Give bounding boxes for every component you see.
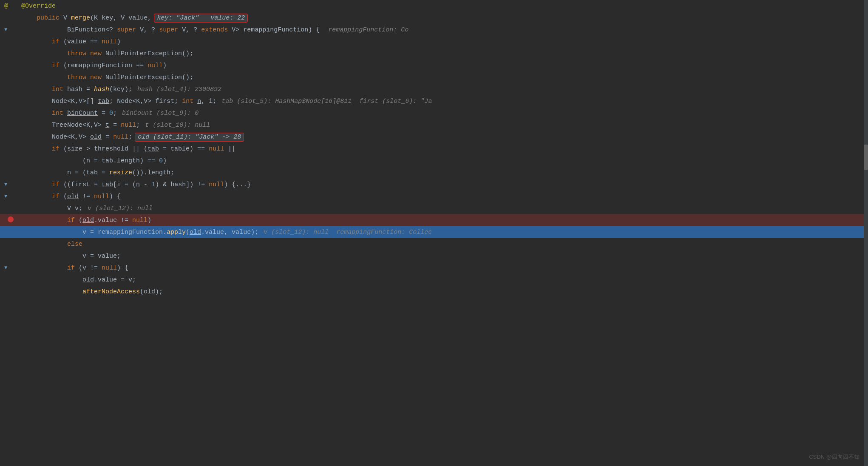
code-line-4: if (value == null) — [0, 36, 868, 48]
code-line-20: v = remappingFunction.apply(old.value, v… — [0, 226, 868, 238]
line23-code: if (v != null) { — [21, 264, 128, 272]
line18-code: V v; — [21, 205, 82, 212]
code-line-10: int binCount = 0; binCount (slot_9): 0 — [0, 107, 868, 119]
code-area: @ @Override public V merge(K key, V valu… — [0, 0, 868, 466]
code-line-24: old.value = v; — [0, 274, 868, 286]
line4-code: if (value == null) — [21, 38, 121, 45]
hint-bincount: binCount (slot_9): 0 — [122, 110, 199, 117]
line16-code: if ((first = tab[i = (n - 1) & hash]) !=… — [21, 181, 251, 188]
code-line-9: Node<K,V>[] tab; Node<K,V> first; int n,… — [0, 95, 868, 107]
line17-code: if (old != null) { — [21, 193, 121, 200]
code-line-15: n = (tab = resize()).length; — [0, 167, 868, 179]
line22-code: v = value; — [21, 253, 121, 260]
code-line-22: v = value; — [0, 250, 868, 262]
code-line-17: ▼ if (old != null) { — [0, 190, 868, 202]
line7-code: throw new NullPointerException(); — [21, 74, 193, 81]
scrollbar[interactable] — [864, 0, 868, 466]
line19-code: if (old.value != null) — [21, 217, 151, 224]
line3-code: BiFunction<? super V, ? super V, ? exten… — [21, 26, 320, 34]
code-line-18: V v; v (slot_12): null — [0, 202, 868, 214]
gutter-annotation-icon: @ — [4, 3, 17, 10]
gutter-fold-3[interactable]: ▼ — [4, 27, 17, 33]
line24-code: old.value = v; — [21, 276, 136, 284]
gutter-fold-17[interactable]: ▼ — [4, 193, 17, 199]
hint-t: t (slot_10): null — [145, 122, 210, 129]
hint-box-old: old (slot_11): "Jack" -> 28 — [135, 133, 244, 142]
override-annotation: @Override — [21, 3, 56, 10]
line8-code: int hash = hash(key); — [21, 86, 132, 93]
code-line-7: throw new NullPointerException(); — [0, 71, 868, 83]
line11-code: TreeNode<K,V> t = null; — [21, 122, 140, 129]
watermark: CSDN @四向四不知 — [809, 453, 859, 461]
line14-code: (n = tab.length) == 0) — [21, 157, 167, 165]
scrollbar-thumb[interactable] — [864, 145, 868, 170]
line21-code: else — [21, 241, 82, 248]
line2-code: public V merge(K key, V value, — [21, 14, 151, 22]
code-line-23: ▼ if (v != null) { — [0, 262, 868, 274]
hint-tab: tab (slot_5): HashMap$Node[16]@811 first… — [221, 98, 432, 105]
line12-code: Node<K,V> old = null; — [21, 134, 132, 141]
hint-v2: v (slot_12): null remappingFunction: Col… — [264, 229, 432, 236]
code-line-8: int hash = hash(key); hash (slot_4): 230… — [0, 83, 868, 95]
hint-v: v (slot_12): null — [88, 205, 153, 212]
line25-code: afterNodeAccess(old); — [21, 288, 163, 296]
gutter-fold-23[interactable]: ▼ — [4, 265, 17, 271]
line10-code: int binCount = 0; — [21, 110, 117, 117]
breakpoint-dot — [8, 216, 14, 222]
code-line-5: throw new NullPointerException(); — [0, 48, 868, 60]
line5-code: throw new NullPointerException(); — [21, 50, 193, 57]
breakpoint-indicator — [4, 216, 17, 224]
code-line-21: else — [0, 238, 868, 250]
code-line-12: Node<K,V> old = null; old (slot_11): "Ja… — [0, 131, 868, 143]
line15-code: n = (tab = resize()).length; — [21, 169, 174, 176]
code-line-11: TreeNode<K,V> t = null; t (slot_10): nul… — [0, 119, 868, 131]
hint-box-merge: key: "Jack" value: 22 — [154, 14, 248, 23]
line9-code: Node<K,V>[] tab; Node<K,V> first; int n,… — [21, 98, 216, 105]
line20-code: v = remappingFunction.apply(old.value, v… — [21, 229, 258, 236]
gutter-fold-16[interactable]: ▼ — [4, 182, 17, 188]
code-line-2: public V merge(K key, V value, key: "Jac… — [0, 12, 868, 24]
editor-container: @ @Override public V merge(K key, V valu… — [0, 0, 868, 466]
code-line-14: (n = tab.length) == 0) — [0, 155, 868, 167]
hint-remapping: remappingFunction: Co — [328, 26, 408, 34]
line13-code: if (size > threshold || (tab = table) ==… — [21, 145, 235, 153]
code-line-13: if (size > threshold || (tab = table) ==… — [0, 143, 868, 155]
hint-hash: hash (slot_4): 2300892 — [137, 86, 221, 93]
code-line-16: ▼ if ((first = tab[i = (n - 1) & hash]) … — [0, 179, 868, 190]
line6-code: if (remappingFunction == null) — [21, 62, 167, 69]
code-line-6: if (remappingFunction == null) — [0, 60, 868, 71]
code-line-3: ▼ BiFunction<? super V, ? super V, ? ext… — [0, 24, 868, 36]
code-line-19: if (old.value != null) — [0, 214, 868, 226]
code-line-1: @ @Override — [0, 0, 868, 12]
code-line-25: afterNodeAccess(old); — [0, 286, 868, 298]
